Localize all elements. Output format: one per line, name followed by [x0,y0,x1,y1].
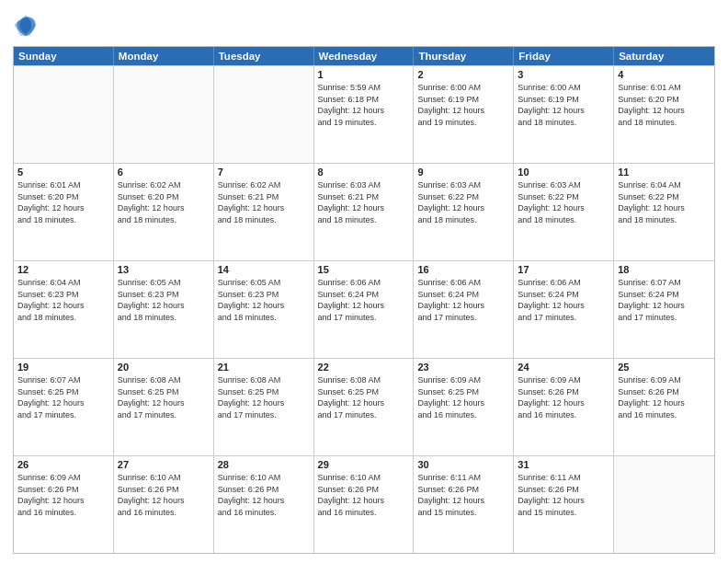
calendar-cell: 4Sunrise: 6:01 AM Sunset: 6:20 PM Daylig… [614,66,714,163]
calendar-cell: 24Sunrise: 6:09 AM Sunset: 6:26 PM Dayli… [514,359,614,455]
calendar-header-cell: Saturday [614,47,714,65]
logo-icon [13,13,39,39]
calendar-cell: 13Sunrise: 6:05 AM Sunset: 6:23 PM Dayli… [114,261,214,358]
day-number: 28 [218,459,310,470]
calendar-body: 1Sunrise: 5:59 AM Sunset: 6:18 PM Daylig… [14,65,714,553]
calendar-cell: 11Sunrise: 6:04 AM Sunset: 6:22 PM Dayli… [614,164,714,260]
day-info: Sunrise: 6:01 AM Sunset: 6:20 PM Dayligh… [618,82,711,128]
calendar-header-cell: Friday [514,47,614,65]
day-info: Sunrise: 6:02 AM Sunset: 6:20 PM Dayligh… [118,179,210,225]
calendar-cell: 10Sunrise: 6:03 AM Sunset: 6:22 PM Dayli… [514,164,614,260]
calendar-cell: 5Sunrise: 6:01 AM Sunset: 6:20 PM Daylig… [14,164,114,260]
calendar-cell [14,66,114,163]
day-info: Sunrise: 6:10 AM Sunset: 6:26 PM Dayligh… [318,472,410,518]
calendar-cell: 6Sunrise: 6:02 AM Sunset: 6:20 PM Daylig… [114,164,214,260]
day-number: 26 [17,459,109,470]
day-info: Sunrise: 6:08 AM Sunset: 6:25 PM Dayligh… [118,374,210,420]
calendar-cell: 15Sunrise: 6:06 AM Sunset: 6:24 PM Dayli… [314,261,415,358]
calendar-cell: 30Sunrise: 6:11 AM Sunset: 6:26 PM Dayli… [414,456,514,553]
day-info: Sunrise: 6:06 AM Sunset: 6:24 PM Dayligh… [417,277,509,323]
day-number: 3 [518,69,609,80]
calendar-week: 26Sunrise: 6:09 AM Sunset: 6:26 PM Dayli… [14,455,714,553]
calendar-header-cell: Sunday [14,47,114,65]
day-info: Sunrise: 6:02 AM Sunset: 6:21 PM Dayligh… [218,179,310,225]
day-info: Sunrise: 6:06 AM Sunset: 6:24 PM Dayligh… [518,277,609,323]
day-number: 13 [118,264,210,275]
day-info: Sunrise: 6:00 AM Sunset: 6:19 PM Dayligh… [417,82,509,128]
day-info: Sunrise: 6:08 AM Sunset: 6:25 PM Dayligh… [218,374,310,420]
day-info: Sunrise: 6:07 AM Sunset: 6:24 PM Dayligh… [618,277,711,323]
calendar-header-cell: Thursday [414,47,514,65]
day-info: Sunrise: 6:07 AM Sunset: 6:25 PM Dayligh… [17,374,109,420]
calendar-week: 12Sunrise: 6:04 AM Sunset: 6:23 PM Dayli… [14,260,714,358]
logo [13,13,40,39]
day-number: 27 [118,459,210,470]
day-number: 25 [618,362,711,373]
day-number: 30 [417,459,509,470]
calendar-cell: 3Sunrise: 6:00 AM Sunset: 6:19 PM Daylig… [514,66,614,163]
day-info: Sunrise: 6:01 AM Sunset: 6:20 PM Dayligh… [17,179,109,225]
calendar-cell [614,456,714,553]
day-number: 10 [518,167,609,178]
day-info: Sunrise: 6:03 AM Sunset: 6:22 PM Dayligh… [518,179,609,225]
calendar-cell: 17Sunrise: 6:06 AM Sunset: 6:24 PM Dayli… [514,261,614,358]
calendar: SundayMondayTuesdayWednesdayThursdayFrid… [13,46,715,554]
day-number: 14 [218,264,310,275]
day-info: Sunrise: 6:09 AM Sunset: 6:25 PM Dayligh… [417,374,509,420]
day-number: 12 [17,264,109,275]
calendar-cell: 22Sunrise: 6:08 AM Sunset: 6:25 PM Dayli… [314,359,415,455]
calendar-header: SundayMondayTuesdayWednesdayThursdayFrid… [14,47,714,65]
day-info: Sunrise: 6:05 AM Sunset: 6:23 PM Dayligh… [218,277,310,323]
calendar-cell: 20Sunrise: 6:08 AM Sunset: 6:25 PM Dayli… [114,359,214,455]
day-number: 11 [618,167,711,178]
header [13,9,715,39]
page: SundayMondayTuesdayWednesdayThursdayFrid… [0,0,728,563]
day-info: Sunrise: 6:09 AM Sunset: 6:26 PM Dayligh… [618,374,711,420]
day-info: Sunrise: 6:10 AM Sunset: 6:26 PM Dayligh… [218,472,310,518]
day-number: 7 [218,167,310,178]
day-info: Sunrise: 6:04 AM Sunset: 6:23 PM Dayligh… [17,277,109,323]
day-info: Sunrise: 6:03 AM Sunset: 6:21 PM Dayligh… [318,179,410,225]
day-number: 5 [17,167,109,178]
calendar-header-cell: Wednesday [314,47,415,65]
day-info: Sunrise: 6:03 AM Sunset: 6:22 PM Dayligh… [417,179,509,225]
day-number: 4 [618,69,711,80]
day-info: Sunrise: 5:59 AM Sunset: 6:18 PM Dayligh… [318,82,410,128]
calendar-cell [214,66,314,163]
calendar-cell: 23Sunrise: 6:09 AM Sunset: 6:25 PM Dayli… [414,359,514,455]
calendar-cell: 2Sunrise: 6:00 AM Sunset: 6:19 PM Daylig… [414,66,514,163]
calendar-cell: 1Sunrise: 5:59 AM Sunset: 6:18 PM Daylig… [314,66,415,163]
day-number: 9 [417,167,509,178]
day-number: 19 [17,362,109,373]
day-number: 2 [417,69,509,80]
calendar-cell: 26Sunrise: 6:09 AM Sunset: 6:26 PM Dayli… [14,456,114,553]
calendar-week: 5Sunrise: 6:01 AM Sunset: 6:20 PM Daylig… [14,163,714,260]
calendar-cell: 28Sunrise: 6:10 AM Sunset: 6:26 PM Dayli… [214,456,314,553]
day-info: Sunrise: 6:05 AM Sunset: 6:23 PM Dayligh… [118,277,210,323]
day-number: 23 [417,362,509,373]
day-info: Sunrise: 6:10 AM Sunset: 6:26 PM Dayligh… [118,472,210,518]
calendar-cell: 14Sunrise: 6:05 AM Sunset: 6:23 PM Dayli… [214,261,314,358]
day-info: Sunrise: 6:11 AM Sunset: 6:26 PM Dayligh… [417,472,509,518]
day-number: 15 [318,264,410,275]
day-number: 1 [318,69,410,80]
calendar-header-cell: Tuesday [214,47,314,65]
calendar-cell: 27Sunrise: 6:10 AM Sunset: 6:26 PM Dayli… [114,456,214,553]
calendar-cell: 7Sunrise: 6:02 AM Sunset: 6:21 PM Daylig… [214,164,314,260]
day-number: 6 [118,167,210,178]
day-number: 22 [318,362,410,373]
calendar-cell: 19Sunrise: 6:07 AM Sunset: 6:25 PM Dayli… [14,359,114,455]
day-info: Sunrise: 6:04 AM Sunset: 6:22 PM Dayligh… [618,179,711,225]
day-number: 8 [318,167,410,178]
calendar-cell [114,66,214,163]
calendar-cell: 21Sunrise: 6:08 AM Sunset: 6:25 PM Dayli… [214,359,314,455]
day-number: 17 [518,264,609,275]
day-number: 21 [218,362,310,373]
day-info: Sunrise: 6:06 AM Sunset: 6:24 PM Dayligh… [318,277,410,323]
calendar-cell: 29Sunrise: 6:10 AM Sunset: 6:26 PM Dayli… [314,456,415,553]
calendar-header-cell: Monday [114,47,214,65]
day-number: 16 [417,264,509,275]
calendar-cell: 31Sunrise: 6:11 AM Sunset: 6:26 PM Dayli… [514,456,614,553]
calendar-cell: 8Sunrise: 6:03 AM Sunset: 6:21 PM Daylig… [314,164,415,260]
day-number: 18 [618,264,711,275]
